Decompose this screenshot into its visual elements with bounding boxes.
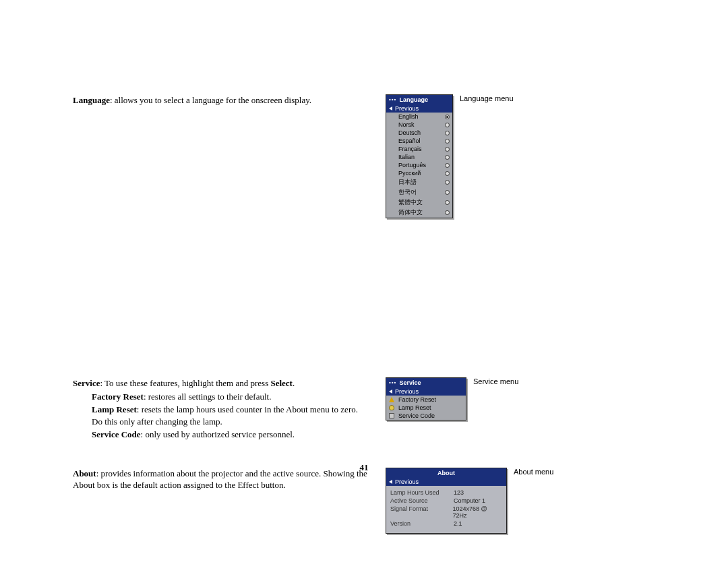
option-label: 日本語 xyxy=(398,178,442,187)
option-label: Norsk xyxy=(398,121,442,128)
language-osd-menu: ••• Language Previous EnglishNorskDeutsc… xyxy=(386,94,453,218)
language-option[interactable]: Deutsch xyxy=(386,129,452,137)
language-option[interactable]: Русский xyxy=(386,169,452,177)
language-menu-caption: Language menu xyxy=(460,94,514,102)
service-code-heading: Service Code xyxy=(92,429,141,439)
about-osd-menu: About Previous Lamp Hours Used123Active … xyxy=(386,468,507,534)
radio-indicator-icon xyxy=(445,171,450,176)
icon-slot xyxy=(389,405,396,410)
radio-indicator-icon xyxy=(445,123,450,127)
language-option[interactable]: Español xyxy=(386,137,452,145)
service-heading: Service xyxy=(73,378,100,388)
about-info-row: Lamp Hours Used123 xyxy=(390,489,502,497)
radio-indicator-icon xyxy=(445,200,450,205)
menu-item-previous[interactable]: Previous xyxy=(386,104,452,113)
option-label: Français xyxy=(398,146,442,152)
service-option[interactable]: Factory Reset xyxy=(386,396,466,404)
icon-slot xyxy=(389,397,396,402)
about-value: 123 xyxy=(454,489,464,496)
radio-indicator-icon xyxy=(445,163,450,168)
service-menu-caption: Service menu xyxy=(473,377,518,385)
service-code-paragraph: Service Code: only used by authorized se… xyxy=(73,429,369,441)
lamp-reset-heading: Lamp Reset xyxy=(92,404,137,414)
about-key: Active Source xyxy=(390,497,448,504)
option-label: Português xyxy=(398,162,442,168)
bulb-icon xyxy=(389,405,394,410)
language-option[interactable]: 简体中文 xyxy=(386,208,452,218)
osd-title-text: Language xyxy=(399,96,428,103)
radio-indicator-icon xyxy=(445,155,450,160)
about-value: 2.1 xyxy=(454,520,462,527)
service-option[interactable]: Lamp Reset xyxy=(386,404,466,412)
arrow-left-icon xyxy=(389,106,392,111)
about-key: Signal Format xyxy=(390,505,448,519)
option-label: 한국어 xyxy=(398,188,442,197)
factory-reset-paragraph: Factory Reset: restores all settings to … xyxy=(73,391,369,403)
lamp-reset-paragraph: Lamp Reset: resets the lamp hours used c… xyxy=(73,404,369,427)
option-label: 简体中文 xyxy=(398,208,442,217)
menu-item-previous[interactable]: Previous xyxy=(386,387,466,396)
option-label: 繁體中文 xyxy=(398,198,442,207)
option-label: Deutsch xyxy=(398,129,442,136)
osd-title-text: Service xyxy=(399,379,421,386)
warning-icon xyxy=(389,397,394,402)
about-info-row: Version2.1 xyxy=(390,520,502,528)
language-option[interactable]: 日本語 xyxy=(386,177,452,187)
language-option[interactable]: Norsk xyxy=(386,121,452,129)
option-label: English xyxy=(398,113,442,120)
about-info-row: Signal Format1024x768 @ 72Hz xyxy=(390,505,502,520)
page-number: 41 xyxy=(0,462,728,473)
option-label: Español xyxy=(398,137,442,144)
language-option[interactable]: Italian xyxy=(386,153,452,161)
about-value: Computer 1 xyxy=(454,497,485,504)
about-value: 1024x768 @ 72Hz xyxy=(453,505,502,519)
option-label: Factory Reset xyxy=(398,396,463,403)
language-paragraph: Language: allows you to select a languag… xyxy=(73,94,369,106)
radio-indicator-icon xyxy=(445,147,450,152)
radio-indicator-icon xyxy=(445,190,450,195)
radio-indicator-icon xyxy=(445,131,450,135)
radio-indicator-icon xyxy=(445,210,450,215)
service-osd-menu: ••• Service Previous Factory ResetLamp R… xyxy=(386,377,466,420)
option-label: Lamp Reset xyxy=(398,404,463,411)
menu-item-previous[interactable]: Previous xyxy=(386,478,506,486)
language-option[interactable]: 한국어 xyxy=(386,187,452,197)
option-label: Service Code xyxy=(398,412,463,419)
language-option[interactable]: English xyxy=(386,113,452,121)
code-icon xyxy=(389,413,394,418)
radio-indicator-icon xyxy=(445,115,450,119)
language-option[interactable]: 繁體中文 xyxy=(386,197,452,208)
osd-title-bar: ••• Service xyxy=(386,378,466,387)
service-option[interactable]: Service Code xyxy=(386,412,466,420)
language-heading: Language xyxy=(73,95,110,105)
option-label: Русский xyxy=(398,170,442,177)
service-paragraph: Service: To use these features, highligh… xyxy=(73,377,369,389)
about-key: Lamp Hours Used xyxy=(390,489,448,496)
menu-level-dots-icon: ••• xyxy=(389,380,396,385)
radio-indicator-icon xyxy=(445,139,450,144)
arrow-left-icon xyxy=(389,480,392,484)
arrow-left-icon xyxy=(389,389,392,394)
factory-reset-heading: Factory Reset xyxy=(92,392,144,402)
menu-level-dots-icon: ••• xyxy=(389,97,396,102)
about-info-row: Active SourceComputer 1 xyxy=(390,497,502,505)
option-label: Italian xyxy=(398,154,442,160)
radio-indicator-icon xyxy=(445,180,450,185)
icon-slot xyxy=(389,413,396,418)
language-option[interactable]: Português xyxy=(386,161,452,169)
osd-title-bar: ••• Language xyxy=(386,95,452,104)
about-key: Version xyxy=(390,520,448,527)
language-option[interactable]: Français xyxy=(386,145,452,153)
